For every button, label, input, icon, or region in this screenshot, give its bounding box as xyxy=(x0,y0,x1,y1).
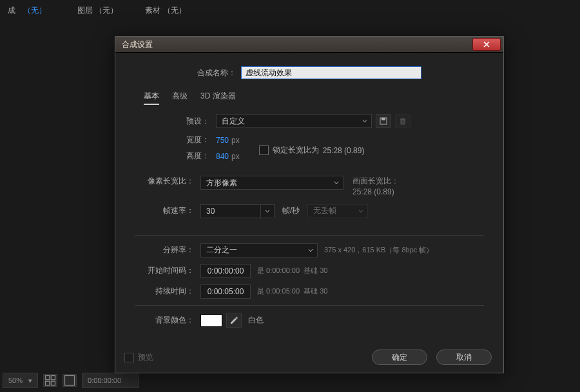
eyedropper-icon xyxy=(229,316,238,325)
svg-rect-1 xyxy=(51,376,55,380)
lock-aspect-ratio: 25:28 (0.89) xyxy=(323,146,365,155)
bgcolor-name: 白色 xyxy=(248,315,264,326)
start-tc-input[interactable] xyxy=(200,264,251,278)
start-tc-label: 开始时间码： xyxy=(135,265,194,276)
tab-basic[interactable]: 基本 xyxy=(144,91,159,105)
cancel-button[interactable]: 取消 xyxy=(436,350,492,365)
timecode-display[interactable]: 0:00:00:00 xyxy=(82,373,139,388)
fps-label: 帧速率： xyxy=(135,205,194,216)
height-value[interactable]: 840 xyxy=(216,152,229,161)
width-label: 宽度： xyxy=(163,135,209,145)
duration-info: 是 0:00:05:00 基础 30 xyxy=(257,286,327,296)
lock-aspect-checkbox[interactable] xyxy=(259,145,269,155)
pixel-aspect-label: 像素长宽比： xyxy=(135,176,194,187)
svg-rect-4 xyxy=(65,376,75,386)
bg-tab-footage[interactable]: 素材 （无） xyxy=(141,3,189,19)
frame-aspect-info: 画面长宽比： 25:28 (0.89) xyxy=(353,176,399,198)
svg-rect-0 xyxy=(46,376,50,380)
trash-icon xyxy=(395,114,411,128)
resolution-info: 375 x 420，615 KB（每 8bpc 帧） xyxy=(324,245,433,255)
resolution-label: 分辨率： xyxy=(135,245,194,256)
dropframe-dropdown: 无丢帧 xyxy=(307,204,368,218)
height-label: 高度： xyxy=(163,151,209,162)
svg-rect-6 xyxy=(382,118,385,120)
tab-3d-renderer[interactable]: 3D 渲染器 xyxy=(200,91,236,105)
chevron-down-icon xyxy=(334,180,339,185)
dialog-titlebar: 合成设置 xyxy=(115,37,503,53)
save-preset-icon[interactable] xyxy=(376,114,391,128)
fps-dropdown-toggle[interactable] xyxy=(260,204,275,218)
dialog-title: 合成设置 xyxy=(122,39,153,50)
lock-aspect-label: 锁定长宽比为 xyxy=(273,145,319,156)
fps-input[interactable]: 30 xyxy=(200,204,260,218)
height-unit: px xyxy=(231,152,240,161)
close-button[interactable] xyxy=(472,38,501,51)
bg-panel-tabs: 成（无） 图层 （无） 素材 （无） xyxy=(0,3,190,19)
preset-label: 预设： xyxy=(163,116,209,127)
svg-rect-2 xyxy=(46,381,50,385)
width-value[interactable]: 750 xyxy=(216,136,229,145)
close-icon xyxy=(483,41,490,48)
preset-dropdown[interactable]: 自定义 xyxy=(216,114,372,128)
zoom-dropdown[interactable]: 50% ▾ xyxy=(3,373,38,388)
bg-tab-layer[interactable]: 图层 （无） xyxy=(73,3,122,19)
bgcolor-label: 背景颜色： xyxy=(135,315,194,326)
pixel-aspect-dropdown[interactable]: 方形像素 xyxy=(200,176,343,190)
chevron-down-icon xyxy=(358,209,363,214)
fps-unit: 帧/秒 xyxy=(282,205,300,216)
resolution-dropdown[interactable]: 二分之一 xyxy=(200,243,318,257)
comp-name-input[interactable] xyxy=(241,66,421,79)
bgcolor-swatch[interactable] xyxy=(200,314,222,327)
chevron-down-icon xyxy=(362,118,367,124)
settings-tabs: 基本 高级 3D 渲染器 xyxy=(144,91,484,105)
duration-label: 持续时间： xyxy=(135,286,194,297)
mask-icon[interactable] xyxy=(63,374,77,387)
preview-checkbox xyxy=(124,353,134,362)
composition-settings-dialog: 合成设置 合成名称： 基本 高级 3D 渲染器 预设： 自定义 xyxy=(115,36,504,373)
chevron-down-icon xyxy=(308,248,313,253)
eyedropper-button[interactable] xyxy=(226,313,242,328)
preview-label: 预览 xyxy=(138,352,153,363)
tab-advanced[interactable]: 高级 xyxy=(172,91,188,105)
comp-name-label: 合成名称： xyxy=(197,68,236,79)
svg-rect-3 xyxy=(51,381,55,385)
ok-button[interactable]: 确定 xyxy=(372,350,427,365)
bg-footer: 50% ▾ 0:00:00:00 xyxy=(0,373,139,388)
bg-tab-composition[interactable]: 成（无） xyxy=(0,3,54,19)
start-tc-info: 是 0:00:00:00 基础 30 xyxy=(257,266,327,275)
chevron-down-icon xyxy=(265,209,270,214)
duration-input[interactable] xyxy=(200,285,251,299)
grid-icon[interactable] xyxy=(43,374,57,387)
width-unit: px xyxy=(231,136,240,145)
